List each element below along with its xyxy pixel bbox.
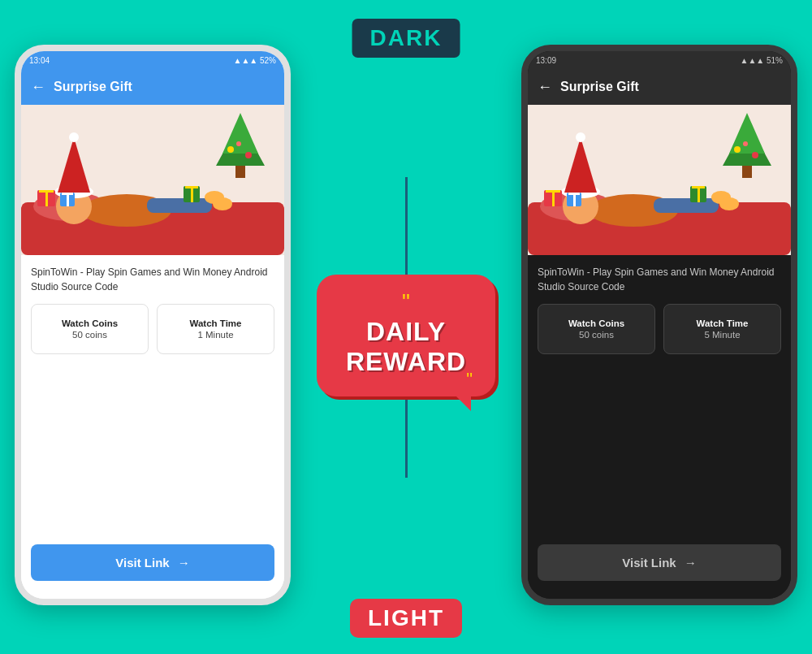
daily-reward-bubble: " DAILYREWARD " bbox=[317, 275, 495, 396]
description-dark: SpinToWin - Play Spin Games and Win Mone… bbox=[528, 255, 791, 301]
watch-time-title-light: Watch Time bbox=[190, 318, 242, 328]
app-title-dark: Surprise Gift bbox=[560, 80, 639, 94]
svg-point-10 bbox=[69, 132, 79, 142]
svg-rect-48 bbox=[573, 193, 576, 206]
status-bar-light: 13:04 ▲▲▲ 52% bbox=[21, 51, 284, 69]
watch-coins-title-dark: Watch Coins bbox=[568, 318, 624, 328]
cards-row-dark: Watch Coins 50 coins Watch Time 5 Minute bbox=[528, 304, 791, 354]
content-dark: SpinToWin - Play Spin Games and Win Mone… bbox=[528, 105, 791, 599]
svg-point-40 bbox=[734, 146, 741, 153]
watch-time-value-light: 1 Minute bbox=[197, 330, 233, 340]
time-dark: 13:09 bbox=[536, 56, 556, 65]
status-icons-dark: ▲▲▲ 51% bbox=[741, 56, 784, 65]
light-mode-label: LIGHT bbox=[350, 599, 462, 638]
phone-light: 13:04 ▲▲▲ 52% ← Surprise Gift bbox=[15, 45, 291, 605]
watch-coins-value-light: 50 coins bbox=[72, 330, 107, 340]
watch-coins-card-light: Watch Coins 50 coins bbox=[31, 304, 149, 354]
app-bar-light: ← Surprise Gift bbox=[21, 69, 284, 105]
visit-link-button-light[interactable]: Visit Link → bbox=[31, 544, 274, 581]
svg-rect-51 bbox=[698, 186, 700, 202]
dark-mode-label: DARK bbox=[350, 16, 463, 60]
svg-point-6 bbox=[213, 197, 232, 210]
visit-link-label-light: Visit Link bbox=[115, 556, 169, 570]
app-title-light: Surprise Gift bbox=[54, 80, 132, 94]
time-light: 13:04 bbox=[29, 56, 50, 65]
quote-icon-bottom: " bbox=[466, 369, 473, 390]
visit-link-label-dark: Visit Link bbox=[622, 556, 676, 570]
svg-rect-19 bbox=[45, 190, 48, 206]
status-bar-dark: 13:09 ▲▲▲ 51% bbox=[528, 51, 791, 69]
back-arrow-dark[interactable]: ← bbox=[538, 79, 552, 96]
svg-point-32 bbox=[719, 197, 739, 210]
svg-point-36 bbox=[576, 132, 585, 142]
watch-coins-card-dark: Watch Coins 50 coins bbox=[538, 304, 655, 354]
svg-rect-30 bbox=[654, 198, 719, 213]
svg-rect-45 bbox=[552, 190, 555, 206]
svg-point-14 bbox=[227, 146, 234, 153]
watch-time-title-dark: Watch Time bbox=[697, 318, 749, 328]
svg-point-15 bbox=[245, 152, 252, 158]
visit-link-arrow-light: → bbox=[178, 556, 190, 570]
watch-time-card-dark: Watch Time 5 Minute bbox=[663, 304, 781, 354]
visit-link-arrow-dark: → bbox=[685, 556, 697, 570]
description-light: SpinToWin - Play Spin Games and Win Mone… bbox=[21, 255, 284, 301]
watch-time-value-dark: 5 Minute bbox=[704, 330, 740, 340]
svg-rect-13 bbox=[235, 166, 245, 178]
content-light: SpinToWin - Play Spin Games and Win Mone… bbox=[21, 105, 284, 599]
phone-dark: 13:09 ▲▲▲ 51% ← Surprise Gift bbox=[521, 45, 797, 605]
vertical-line-top bbox=[405, 177, 408, 275]
app-bar-dark: ← Surprise Gift bbox=[528, 69, 791, 105]
vertical-line-bottom bbox=[405, 396, 408, 478]
svg-rect-25 bbox=[191, 186, 193, 202]
center-decoration: " DAILYREWARD " bbox=[317, 177, 495, 478]
watch-coins-title-light: Watch Coins bbox=[62, 318, 118, 328]
svg-point-16 bbox=[236, 141, 241, 146]
svg-rect-22 bbox=[67, 193, 69, 206]
back-arrow-light[interactable]: ← bbox=[31, 79, 45, 96]
cards-row-light: Watch Coins 50 coins Watch Time 1 Minute bbox=[21, 304, 284, 354]
svg-rect-39 bbox=[742, 166, 752, 178]
daily-reward-title: DAILYREWARD bbox=[341, 317, 471, 377]
status-icons-light: ▲▲▲ 52% bbox=[234, 56, 277, 65]
quote-icon-top: " bbox=[341, 291, 471, 314]
visit-link-button-dark[interactable]: Visit Link → bbox=[538, 544, 781, 581]
hero-image-light bbox=[21, 105, 284, 255]
watch-coins-value-dark: 50 coins bbox=[579, 330, 614, 340]
svg-point-41 bbox=[752, 152, 758, 158]
svg-point-42 bbox=[743, 141, 748, 146]
watch-time-card-light: Watch Time 1 Minute bbox=[157, 304, 274, 354]
svg-rect-4 bbox=[147, 198, 212, 213]
hero-image-dark bbox=[528, 105, 791, 255]
